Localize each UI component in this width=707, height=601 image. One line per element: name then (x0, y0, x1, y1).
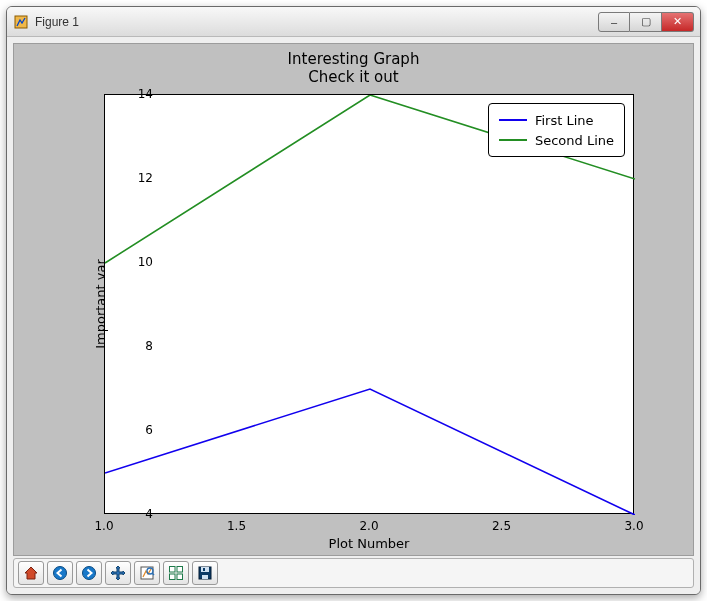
back-icon (52, 565, 68, 581)
titlebar: Figure 1 – ▢ ✕ (7, 7, 700, 37)
zoom-button[interactable] (134, 561, 160, 585)
x-tick-label: 3.0 (624, 519, 643, 533)
pan-button[interactable] (105, 561, 131, 585)
nav-toolbar (13, 558, 694, 588)
svg-point-2 (83, 567, 96, 580)
figure-canvas[interactable]: Interesting Graph Check it out First Lin… (13, 43, 694, 556)
content-area: Interesting Graph Check it out First Lin… (7, 37, 700, 594)
maximize-button[interactable]: ▢ (630, 12, 662, 32)
y-axis-label: Important var (93, 259, 108, 349)
legend-swatch (499, 119, 527, 121)
y-tick-label: 4 (113, 507, 153, 521)
legend-swatch (499, 139, 527, 141)
svg-rect-9 (177, 574, 183, 580)
svg-rect-12 (202, 575, 208, 579)
legend: First LineSecond Line (488, 103, 625, 157)
home-button[interactable] (18, 561, 44, 585)
y-tick-label: 10 (113, 255, 153, 269)
x-axis-label: Plot Number (104, 536, 634, 551)
legend-item: First Line (499, 110, 614, 130)
zoom-icon (139, 565, 155, 581)
figure-window: Figure 1 – ▢ ✕ Interesting Graph Check i… (6, 6, 701, 595)
home-icon (23, 565, 39, 581)
svg-rect-6 (170, 567, 176, 573)
window-title: Figure 1 (35, 15, 79, 29)
x-tick-label: 2.0 (359, 519, 378, 533)
plot-title: Interesting Graph (14, 50, 693, 68)
axes: First LineSecond Line (104, 94, 634, 514)
x-tick-label: 1.0 (94, 519, 113, 533)
back-button[interactable] (47, 561, 73, 585)
legend-label: Second Line (535, 133, 614, 148)
x-tick-label: 2.5 (492, 519, 511, 533)
y-tick-label: 12 (113, 171, 153, 185)
pan-icon (110, 565, 126, 581)
save-button[interactable] (192, 561, 218, 585)
subplots-icon (168, 565, 184, 581)
forward-button[interactable] (76, 561, 102, 585)
forward-icon (81, 565, 97, 581)
subplots-button[interactable] (163, 561, 189, 585)
x-tick-label: 1.5 (227, 519, 246, 533)
app-icon (13, 14, 29, 30)
series-line-0 (105, 389, 635, 515)
y-tick-label: 8 (113, 339, 153, 353)
legend-label: First Line (535, 113, 594, 128)
plot-subtitle: Check it out (14, 68, 693, 86)
plot-lines (105, 95, 635, 515)
minimize-button[interactable]: – (598, 12, 630, 32)
y-tick-label: 14 (113, 87, 153, 101)
close-button[interactable]: ✕ (662, 12, 694, 32)
legend-item: Second Line (499, 130, 614, 150)
svg-rect-7 (177, 567, 183, 573)
svg-rect-13 (203, 568, 205, 571)
window-controls: – ▢ ✕ (598, 12, 694, 32)
svg-rect-8 (170, 574, 176, 580)
save-icon (197, 565, 213, 581)
svg-point-1 (54, 567, 67, 580)
y-tick-label: 6 (113, 423, 153, 437)
plot-titles: Interesting Graph Check it out (14, 50, 693, 86)
